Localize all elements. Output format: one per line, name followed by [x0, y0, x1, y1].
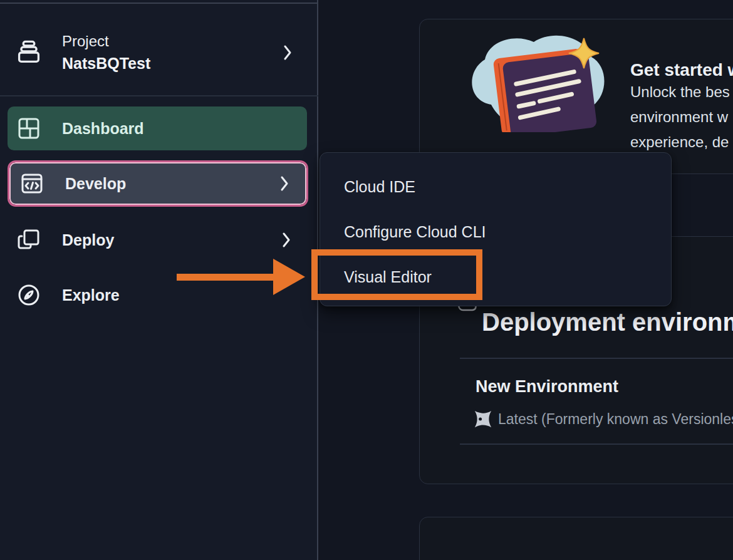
sidebar-divider	[0, 95, 318, 96]
highlight-box-annotation	[311, 249, 482, 300]
sidebar-item-label: Explore	[62, 286, 120, 304]
dbt-star-icon	[474, 410, 492, 428]
menu-item-configure-cloud-cli[interactable]: Configure Cloud CLI	[320, 209, 671, 254]
project-label: Project	[62, 33, 150, 51]
dashboard-grid-icon	[16, 116, 41, 141]
environments-heading: Deployment environments	[482, 308, 733, 336]
sidebar-item-label: Dashboard	[62, 120, 144, 138]
row-divider	[460, 443, 733, 445]
chevron-right-icon	[280, 175, 289, 192]
app-window: { "sidebar": { "project": { "label": "Pr…	[0, 0, 733, 560]
overlapping-squares-icon	[16, 227, 41, 252]
get-started-heading: Get started w	[630, 60, 733, 80]
chevron-right-icon	[283, 44, 292, 61]
sidebar-top-divider	[0, 3, 318, 4]
cloud-ide-illustration	[461, 31, 608, 132]
environment-row-title[interactable]: New Environment	[476, 377, 618, 397]
arrow-annotation-head	[273, 259, 305, 295]
archive-stack-icon	[15, 39, 43, 66]
get-started-body-line: environment w	[630, 108, 728, 126]
chevron-right-icon	[282, 232, 291, 248]
sidebar-item-label: Develop	[65, 175, 126, 193]
sidebar-item-dashboard[interactable]: Dashboard	[8, 106, 307, 150]
get-started-body-line: Unlock the bes	[630, 83, 730, 101]
project-selector[interactable]: Project NatsBQTest	[0, 24, 318, 81]
code-window-icon	[19, 171, 44, 196]
menu-item-cloud-ide[interactable]: Cloud IDE	[320, 164, 671, 209]
bottom-card	[419, 517, 733, 560]
compass-icon	[16, 283, 41, 308]
sidebar-item-label: Deploy	[62, 231, 114, 249]
get-started-card: Get started w Unlock the bes environment…	[419, 19, 733, 174]
environment-row-subtitle: Latest (Formerly known as Versionless	[498, 411, 733, 428]
get-started-body-line: experience, de	[630, 133, 729, 151]
project-name: NatsBQTest	[62, 54, 150, 73]
arrow-annotation-shaft	[177, 274, 276, 281]
row-divider	[460, 358, 733, 359]
sidebar-item-develop[interactable]: Develop	[9, 162, 306, 205]
project-text: Project NatsBQTest	[62, 33, 150, 73]
sidebar-item-deploy[interactable]: Deploy	[8, 218, 307, 262]
